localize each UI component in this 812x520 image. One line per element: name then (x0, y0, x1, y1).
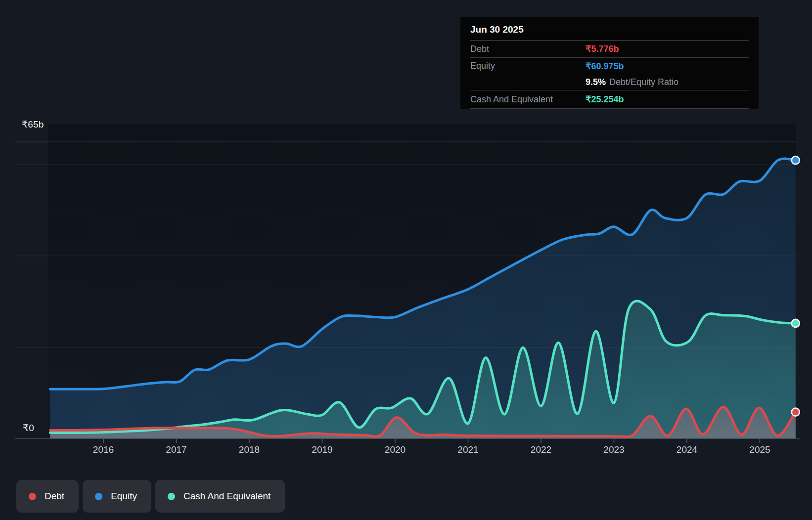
legend-item-equity[interactable]: Equity (83, 480, 151, 513)
tooltip-cash-value: ₹25.254b (586, 94, 624, 105)
equity-dot-icon (95, 493, 102, 500)
cash-and-equivalent-end-marker[interactable] (792, 319, 800, 327)
chart-legend: Debt Equity Cash And Equivalent (16, 480, 285, 513)
tooltip-row-equity: Equity ₹60.975b (470, 58, 749, 74)
x-axis-label-2017: 2017 (157, 444, 196, 455)
tooltip-debt-label: Debt (470, 44, 586, 54)
legend-equity-label: Equity (111, 491, 137, 502)
x-axis-label-2022: 2022 (521, 444, 561, 455)
x-axis-label-2023: 2023 (594, 444, 634, 455)
legend-item-cash[interactable]: Cash And Equivalent (155, 480, 285, 513)
x-axis-label-2019: 2019 (303, 444, 342, 455)
x-axis-label-2025: 2025 (740, 444, 780, 455)
tooltip-date-title: Jun 30 2025 (470, 17, 749, 41)
debt-dot-icon (29, 493, 36, 500)
legend-cash-label: Cash And Equivalent (183, 491, 271, 502)
page-root: { "tooltip": { "title": "Jun 30 2025", "… (0, 0, 812, 520)
cash-dot-icon (168, 493, 175, 500)
x-axis-label-2018: 2018 (229, 444, 269, 455)
tooltip-ratio-value: 9.5% (586, 77, 606, 87)
x-axis-label-2024: 2024 (667, 444, 707, 455)
y-axis-label-max: ₹65b (22, 119, 44, 130)
tooltip-row-ratio: 9.5% Debt/Equity Ratio (470, 74, 749, 90)
x-axis-label-2021: 2021 (449, 444, 488, 455)
tooltip-equity-label: Equity (470, 61, 586, 71)
chart-tooltip: Jun 30 2025 Debt ₹5.776b Equity ₹60.975b… (460, 17, 759, 109)
legend-item-debt[interactable]: Debt (16, 480, 79, 513)
equity-end-marker[interactable] (792, 156, 800, 164)
tooltip-cash-label: Cash And Equivalent (470, 94, 586, 105)
debt-end-marker[interactable] (792, 408, 800, 416)
tooltip-debt-value: ₹5.776b (586, 43, 619, 54)
x-axis-label-2020: 2020 (375, 444, 415, 455)
tooltip-row-cash: Cash And Equivalent ₹25.254b (470, 90, 749, 109)
tooltip-row-debt: Debt ₹5.776b (470, 41, 749, 58)
legend-debt-label: Debt (45, 491, 64, 502)
x-axis-label-2016: 2016 (84, 444, 123, 455)
tooltip-equity-value: ₹60.975b (586, 61, 624, 72)
tooltip-ratio-label: Debt/Equity Ratio (609, 77, 678, 87)
y-axis-label-zero: ₹0 (23, 422, 34, 433)
